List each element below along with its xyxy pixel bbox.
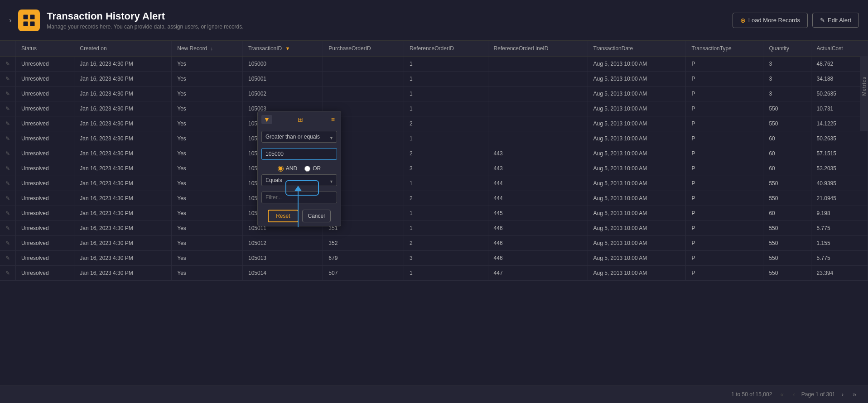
transaction-date-cell: Aug 5, 2013 10:00 AM (588, 266, 686, 281)
sidebar-toggle[interactable]: › (9, 16, 11, 24)
condition1-dropdown[interactable]: Greater than or equals Equals Less than … (261, 131, 337, 143)
edit-cell[interactable]: ✎ (0, 146, 16, 161)
and-radio[interactable] (278, 166, 284, 172)
new-record-cell: Yes (172, 191, 243, 206)
table-row: ✎ Unresolved Jan 16, 2023 4:30 PM Yes 10… (0, 131, 868, 146)
purchase-order-id-cell (323, 86, 404, 101)
status-cell: Unresolved (16, 72, 74, 86)
transaction-id-cell: 105002 (242, 86, 323, 101)
col-transaction-type[interactable]: TransactionType (686, 41, 763, 57)
created-on-cell: Jan 16, 2023 4:30 PM (74, 176, 172, 191)
reference-order-id-cell: 1 (404, 221, 488, 236)
col-new-record[interactable]: New Record ↓ (172, 41, 243, 57)
col-actual-cost[interactable]: ActualCost (811, 41, 868, 57)
filter-tab-button[interactable]: ▼ (261, 115, 272, 124)
reference-order-line-id-cell (488, 57, 588, 72)
status-cell: Unresolved (16, 266, 74, 281)
transaction-type-cell: P (686, 191, 763, 206)
quantity-cell: 550 (763, 221, 811, 236)
and-radio-label[interactable]: AND (278, 165, 297, 172)
next-page-button[interactable]: › (839, 390, 847, 399)
first-page-button[interactable]: « (777, 390, 786, 399)
quantity-cell: 60 (763, 206, 811, 221)
reference-order-line-id-cell: 446 (488, 251, 588, 266)
edit-cell[interactable]: ✎ (0, 236, 16, 251)
table-row: ✎ Unresolved Jan 16, 2023 4:30 PM Yes 10… (0, 266, 868, 281)
condition1-value-input[interactable] (261, 148, 337, 160)
transaction-date-cell: Aug 5, 2013 10:00 AM (588, 146, 686, 161)
edit-cell[interactable]: ✎ (0, 251, 16, 266)
transaction-date-cell: Aug 5, 2013 10:00 AM (588, 161, 686, 176)
actual-cost-cell: 14.1225 (811, 116, 868, 131)
reference-order-id-cell: 2 (404, 191, 488, 206)
reset-button[interactable]: Reset (268, 210, 298, 222)
page-info: Page 1 of 301 (801, 391, 835, 398)
table-row: ✎ Unresolved Jan 16, 2023 4:30 PM Yes 10… (0, 116, 868, 131)
col-reference-order-id[interactable]: ReferenceOrderID (404, 41, 488, 57)
transaction-type-cell: P (686, 72, 763, 86)
reference-order-id-cell: 3 (404, 251, 488, 266)
col-status[interactable]: Status (16, 41, 74, 57)
edit-cell[interactable]: ✎ (0, 176, 16, 191)
col-reference-order-line-id[interactable]: ReferenceOrderLineID (488, 41, 588, 57)
edit-cell[interactable]: ✎ (0, 86, 16, 101)
transaction-type-cell: P (686, 57, 763, 72)
reference-order-line-id-cell (488, 101, 588, 116)
table-footer: 1 to 50 of 15,002 « ‹ Page 1 of 301 › » (0, 385, 868, 403)
edit-cell[interactable]: ✎ (0, 221, 16, 236)
status-cell: Unresolved (16, 131, 74, 146)
table-container[interactable]: Status Created on New Record ↓ Transacti… (0, 41, 868, 385)
edit-cell[interactable]: ✎ (0, 72, 16, 86)
transaction-date-cell: Aug 5, 2013 10:00 AM (588, 191, 686, 206)
edit-cell[interactable]: ✎ (0, 131, 16, 146)
edit-alert-button[interactable]: ✎ Edit Alert (812, 13, 859, 28)
prev-page-button[interactable]: ‹ (790, 390, 798, 399)
quantity-cell: 550 (763, 251, 811, 266)
transaction-type-cell: P (686, 131, 763, 146)
edit-cell[interactable]: ✎ (0, 161, 16, 176)
transaction-type-cell: P (686, 176, 763, 191)
col-transaction-id[interactable]: TransactionID ▼ (242, 41, 323, 57)
created-on-cell: Jan 16, 2023 4:30 PM (74, 86, 172, 101)
load-more-button[interactable]: ⊕ Load More Records (733, 13, 808, 28)
or-radio-label[interactable]: OR (304, 165, 321, 172)
edit-cell[interactable]: ✎ (0, 57, 16, 72)
actual-cost-cell: 50.2635 (811, 131, 868, 146)
transaction-type-cell: P (686, 251, 763, 266)
transaction-type-cell: P (686, 266, 763, 281)
new-record-cell: Yes (172, 146, 243, 161)
edit-cell[interactable]: ✎ (0, 101, 16, 116)
reference-order-id-cell: 1 (404, 72, 488, 86)
created-on-cell: Jan 16, 2023 4:30 PM (74, 116, 172, 131)
edit-cell[interactable]: ✎ (0, 266, 16, 281)
condition2-value-input[interactable] (261, 192, 337, 203)
edit-cell[interactable]: ✎ (0, 206, 16, 221)
reference-order-id-cell: 1 (404, 57, 488, 72)
reference-order-line-id-cell (488, 131, 588, 146)
created-on-cell: Jan 16, 2023 4:30 PM (74, 221, 172, 236)
col-created-on[interactable]: Created on (74, 41, 172, 57)
col-quantity[interactable]: Quantity (763, 41, 811, 57)
actual-cost-cell: 48.762 (811, 57, 868, 72)
transaction-id-cell: 105012 (242, 236, 323, 251)
table-row: ✎ Unresolved Jan 16, 2023 4:30 PM Yes 10… (0, 161, 868, 176)
reference-order-id-cell: 1 (404, 101, 488, 116)
status-cell: Unresolved (16, 191, 74, 206)
cancel-button[interactable]: Cancel (302, 210, 331, 222)
edit-cell[interactable]: ✎ (0, 116, 16, 131)
table-row: ✎ Unresolved Jan 16, 2023 4:30 PM Yes 10… (0, 86, 868, 101)
columns-tab-button[interactable]: ⊞ (295, 115, 305, 124)
menu-tab-button[interactable]: ≡ (329, 115, 337, 124)
created-on-cell: Jan 16, 2023 4:30 PM (74, 191, 172, 206)
filter-actions: Reset Cancel (261, 210, 337, 222)
actual-cost-cell: 21.0945 (811, 191, 868, 206)
condition2-dropdown[interactable]: Equals Greater than or equals Less than … (261, 174, 337, 186)
reference-order-line-id-cell (488, 86, 588, 101)
table-row: ✎ Unresolved Jan 16, 2023 4:30 PM Yes 10… (0, 251, 868, 266)
edit-cell[interactable]: ✎ (0, 191, 16, 206)
or-radio[interactable] (304, 166, 310, 172)
last-page-button[interactable]: » (850, 390, 859, 399)
col-transaction-date[interactable]: TransactionDate (588, 41, 686, 57)
header-actions: ⊕ Load More Records ✎ Edit Alert (733, 13, 859, 28)
col-purchase-order-id[interactable]: PurchaseOrderID (323, 41, 404, 57)
